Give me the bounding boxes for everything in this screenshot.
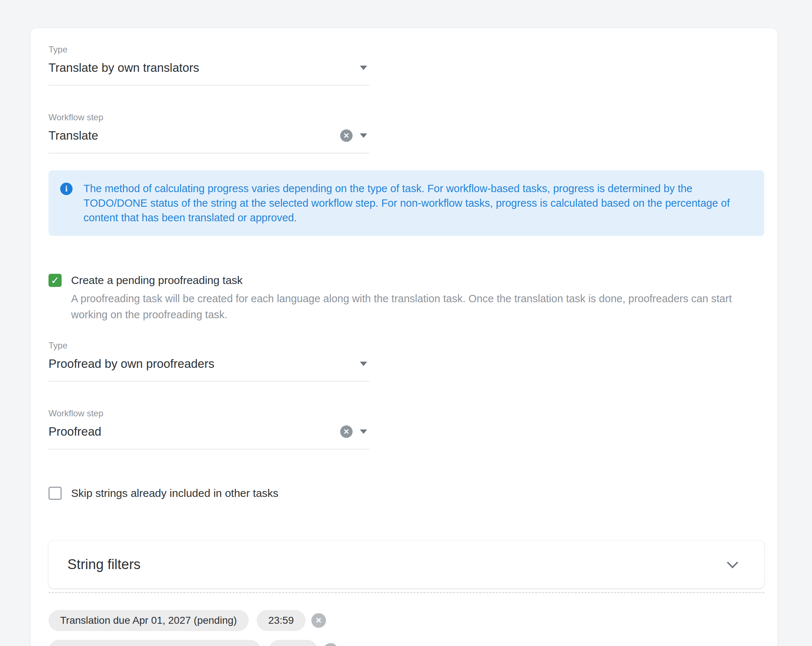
proofread-workflow-step-select[interactable]: Proofread ✕ [49,425,369,449]
proofreading-due-row: Proofreading due May 01, 2027 (pending) … [49,640,764,646]
dropdown-caret-icon[interactable] [360,430,367,434]
proofreading-checkbox-description: A proofreading task will be created for … [71,291,764,323]
translation-type-field: Type Translate by own translators [49,44,369,86]
proofread-type-label: Type [49,340,369,351]
proofreading-due-chip[interactable]: Proofreading due May 01, 2027 (pending) [49,640,261,646]
translation-due-time-chip[interactable]: 23:59 [257,610,305,631]
translation-type-select[interactable]: Translate by own translators [49,61,369,86]
proofreading-task-section: ✓ Create a pending proofreading task A p… [49,274,764,323]
proofread-type-select[interactable]: Proofread by own proofreaders [49,357,369,382]
string-filters-header[interactable]: String filters [49,541,764,588]
translation-due-row: Translation due Apr 01, 2027 (pending) 2… [49,610,764,631]
proofread-workflow-step-value: Proofread [49,425,340,439]
translation-type-label: Type [49,44,369,55]
section-divider [49,592,764,593]
proofread-type-field: Type Proofread by own proofreaders [49,340,369,382]
skip-strings-checkbox-label[interactable]: Skip strings already included in other t… [71,487,279,500]
dropdown-caret-icon[interactable] [360,362,367,366]
skip-strings-checkbox[interactable] [49,487,62,500]
string-filters-title: String filters [67,557,141,572]
progress-info-text: The method of calculating progress varie… [84,181,752,225]
info-icon: i [60,183,73,195]
translation-workflow-step-select[interactable]: Translate ✕ [49,129,369,154]
translation-workflow-step-field: Workflow step Translate ✕ [49,112,369,154]
remove-translation-due-button[interactable]: ✕ [311,613,326,628]
remove-proofreading-due-button[interactable]: ✕ [324,643,338,646]
proofread-workflow-step-label: Workflow step [49,408,369,419]
proofread-type-value: Proofread by own proofreaders [49,357,360,371]
translation-type-value: Translate by own translators [49,61,360,75]
proofreading-checkbox-row[interactable]: ✓ Create a pending proofreading task [49,274,764,287]
proofreading-due-time-chip[interactable]: 23:59 [269,640,317,646]
proofreading-checkbox-label[interactable]: Create a pending proofreading task [71,274,243,286]
translation-workflow-step-value: Translate [49,129,340,143]
dropdown-caret-icon[interactable] [360,66,367,70]
progress-info-box: i The method of calculating progress var… [49,170,764,236]
proofread-workflow-step-field: Workflow step Proofread ✕ [49,408,369,449]
chevron-down-icon[interactable] [727,557,738,568]
clear-workflow-step-button[interactable]: ✕ [340,130,353,142]
dropdown-caret-icon[interactable] [360,133,367,138]
skip-strings-checkbox-row[interactable]: Skip strings already included in other t… [49,487,764,500]
due-date-chips: Translation due Apr 01, 2027 (pending) 2… [49,610,764,646]
translation-due-chip[interactable]: Translation due Apr 01, 2027 (pending) [49,610,249,631]
proofreading-checkbox[interactable]: ✓ [49,274,62,287]
string-filters-section: String filters [49,541,764,593]
task-settings-card: Type Translate by own translators Workfl… [31,28,777,646]
clear-workflow-step-button[interactable]: ✕ [340,425,353,438]
skip-strings-section: Skip strings already included in other t… [49,487,764,500]
translation-workflow-step-label: Workflow step [49,112,369,123]
